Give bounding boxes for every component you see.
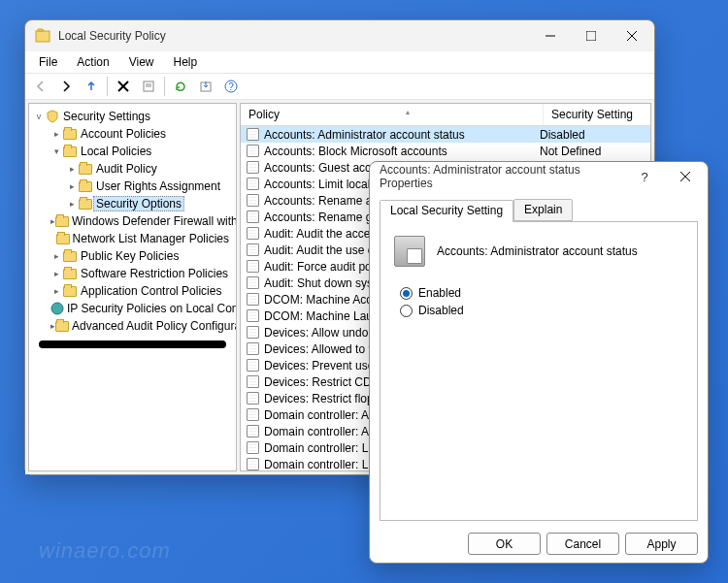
tree-item[interactable]: ▸Advanced Audit Policy Configuration bbox=[31, 317, 234, 335]
apply-button[interactable]: Apply bbox=[625, 533, 698, 555]
tree-item[interactable]: ▾Local Policies bbox=[31, 143, 234, 160]
tree-root[interactable]: vSecurity Settings bbox=[31, 108, 234, 125]
menu-file[interactable]: File bbox=[31, 53, 65, 71]
tree-label: Network List Manager Policies bbox=[70, 232, 232, 245]
folder-icon bbox=[78, 181, 93, 192]
column-policy[interactable]: Policy▴ bbox=[241, 104, 544, 125]
column-policy-label: Policy bbox=[248, 108, 280, 121]
help-icon: ? bbox=[641, 170, 647, 184]
tree-item[interactable]: ▸Public Key Policies bbox=[31, 247, 234, 265]
policy-item-icon bbox=[245, 194, 260, 207]
radio-disabled-input[interactable] bbox=[400, 305, 413, 317]
properties-button[interactable] bbox=[137, 75, 160, 98]
expand-icon[interactable]: ▸ bbox=[50, 286, 62, 296]
maximize-icon bbox=[586, 31, 596, 41]
forward-icon bbox=[59, 80, 73, 93]
tree-item[interactable]: ▸Application Control Policies bbox=[31, 282, 234, 300]
tree-item[interactable]: ▸Security Options bbox=[31, 195, 234, 212]
tree-item[interactable]: ▸Windows Defender Firewall with Adva bbox=[31, 212, 234, 230]
tab-local-security-setting[interactable]: Local Security Setting bbox=[380, 200, 513, 222]
tree-item[interactable]: Network List Manager Policies bbox=[31, 230, 234, 247]
radio-enabled[interactable]: Enabled bbox=[400, 286, 683, 300]
tree-pane[interactable]: vSecurity Settings▸Account Policies▾Loca… bbox=[28, 103, 237, 471]
folder-icon bbox=[56, 234, 70, 244]
help-button[interactable]: ? bbox=[219, 75, 243, 98]
policy-value: Disabled bbox=[540, 128, 646, 142]
up-button[interactable] bbox=[80, 75, 103, 98]
tree-label: Windows Defender Firewall with Adva bbox=[69, 214, 237, 228]
close-button[interactable] bbox=[612, 20, 652, 51]
menu-action[interactable]: Action bbox=[69, 53, 116, 71]
dialog-close-button[interactable] bbox=[665, 162, 706, 191]
expand-icon[interactable]: ▸ bbox=[66, 181, 78, 191]
expand-icon[interactable]: ▾ bbox=[50, 146, 62, 156]
policy-item-icon bbox=[245, 227, 260, 240]
policy-item-icon bbox=[245, 375, 260, 388]
dialog-title: Accounts: Administrator account status P… bbox=[380, 163, 624, 190]
svg-rect-2 bbox=[586, 31, 596, 41]
toolbar: ? bbox=[25, 73, 654, 100]
toolbar-separator bbox=[164, 77, 165, 96]
menu-view[interactable]: View bbox=[121, 53, 162, 71]
expand-icon[interactable]: ▸ bbox=[66, 199, 78, 209]
minimize-button[interactable] bbox=[530, 20, 571, 51]
tree-label: Security Options bbox=[93, 196, 184, 211]
up-icon bbox=[84, 80, 98, 93]
properties-dialog: Accounts: Administrator account status P… bbox=[369, 161, 709, 564]
tree-label: Public Key Policies bbox=[78, 249, 182, 263]
refresh-button[interactable] bbox=[169, 75, 192, 98]
folder-icon bbox=[55, 216, 69, 227]
menu-help[interactable]: Help bbox=[166, 53, 206, 71]
forward-button[interactable] bbox=[54, 75, 78, 98]
window-title: Local Security Policy bbox=[58, 29, 530, 43]
list-header: Policy▴ Security Setting bbox=[241, 104, 650, 126]
delete-button[interactable] bbox=[112, 75, 135, 98]
expand-icon[interactable]: ▸ bbox=[50, 129, 62, 139]
close-icon bbox=[627, 31, 637, 41]
policy-name: Accounts: Administrator account status bbox=[437, 244, 638, 258]
expand-icon[interactable]: v bbox=[33, 112, 45, 121]
tree-item[interactable]: ▸User Rights Assignment bbox=[31, 178, 234, 195]
menu-bar: File Action View Help bbox=[25, 51, 654, 73]
expand-icon[interactable]: ▸ bbox=[50, 251, 62, 261]
help-icon: ? bbox=[224, 80, 238, 93]
svg-text:?: ? bbox=[228, 81, 234, 92]
titlebar[interactable]: Local Security Policy bbox=[25, 20, 654, 51]
maximize-button[interactable] bbox=[571, 20, 612, 51]
tree-label: Account Policies bbox=[78, 127, 169, 141]
policy-row[interactable]: Accounts: Administrator account statusDi… bbox=[241, 126, 650, 143]
horizontal-scrollbar[interactable] bbox=[39, 340, 226, 348]
policy-name: Accounts: Block Microsoft accounts bbox=[260, 145, 540, 158]
tab-explain[interactable]: Explain bbox=[513, 199, 573, 221]
folder-icon bbox=[78, 199, 93, 210]
dialog-button-row: OK Cancel Apply bbox=[370, 525, 708, 563]
folder-icon bbox=[62, 129, 78, 140]
policy-icon bbox=[394, 236, 425, 267]
radio-disabled[interactable]: Disabled bbox=[400, 304, 683, 317]
expand-icon[interactable]: ▸ bbox=[50, 269, 62, 278]
tree-item[interactable]: ▸Software Restriction Policies bbox=[31, 265, 234, 282]
dialog-help-button[interactable]: ? bbox=[624, 162, 665, 191]
policy-item-icon bbox=[245, 276, 260, 289]
svg-point-13 bbox=[51, 303, 63, 314]
cancel-button[interactable]: Cancel bbox=[546, 533, 619, 555]
ok-button[interactable]: OK bbox=[468, 533, 541, 555]
policy-row[interactable]: Accounts: Block Microsoft accountsNot De… bbox=[241, 143, 650, 159]
policy-name: Accounts: Administrator account status bbox=[260, 128, 540, 142]
tree-item[interactable]: ▸Audit Policy bbox=[31, 160, 234, 178]
policy-item-icon bbox=[245, 408, 260, 421]
radio-disabled-label: Disabled bbox=[418, 304, 464, 317]
policy-item-icon bbox=[245, 145, 260, 157]
shield-icon bbox=[45, 110, 60, 123]
column-setting[interactable]: Security Setting bbox=[544, 104, 650, 125]
expand-icon[interactable]: ▸ bbox=[66, 164, 78, 174]
policy-item-icon bbox=[245, 260, 260, 273]
policy-item-icon bbox=[245, 211, 260, 223]
export-button[interactable] bbox=[194, 75, 217, 98]
radio-enabled-input[interactable] bbox=[400, 287, 413, 300]
tree-item[interactable]: IP Security Policies on Local Compute bbox=[31, 300, 234, 317]
folder-icon bbox=[62, 146, 78, 157]
tree-item[interactable]: ▸Account Policies bbox=[31, 125, 234, 143]
back-button bbox=[29, 75, 52, 98]
dialog-titlebar[interactable]: Accounts: Administrator account status P… bbox=[370, 162, 708, 191]
